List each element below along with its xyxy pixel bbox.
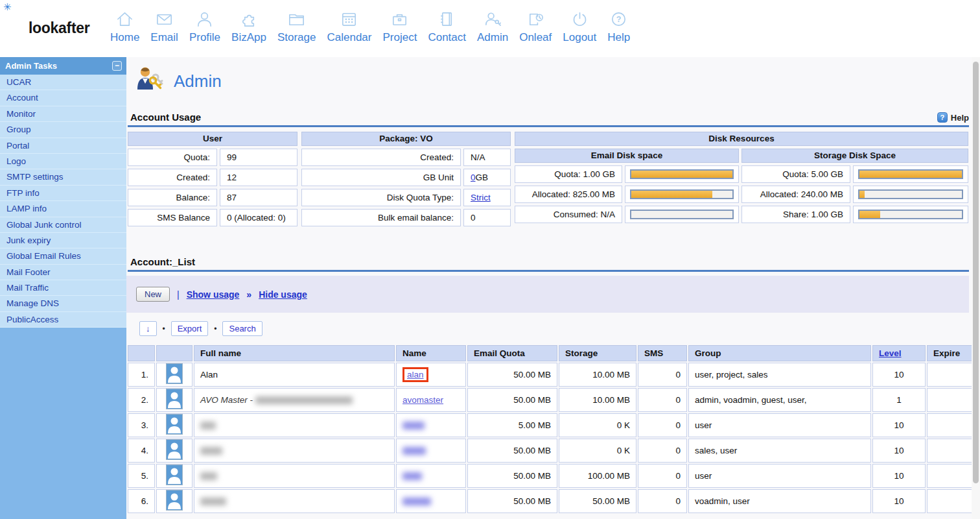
usage-value-link[interactable]: Strict [471,193,491,202]
user-usage-table: User Quota:99Created:12Balance:87SMS Bal… [128,132,298,226]
nav-item-onleaf[interactable]: Onleaf [519,9,552,44]
full-name-cell: Alan [194,363,395,387]
sidebar-item-junk-expiry[interactable]: Junk expiry [0,233,126,248]
sidebar-item-mail-traffic[interactable]: Mail Traffic [0,280,126,296]
sidebar-item-global-junk-control[interactable]: Global Junk control [0,217,126,233]
topbar: ✳ lookafter HomeEmailProfileBizAppStorag… [0,0,980,57]
usage-label: Created: [128,169,217,186]
sidebar-item-smtp-settings[interactable]: SMTP settings [0,169,126,185]
sidebar-items: UCARAccountMonitorGroupPortalLogoSMTP se… [0,75,126,328]
sidebar-item-mail-footer[interactable]: Mail Footer [0,265,126,280]
full-name-cell [194,489,395,513]
user-usage-header: User [128,132,298,146]
table-row: 1.Alanalan50.00 MB10.00 MB0user, project… [128,363,980,387]
redacted-text [255,396,353,404]
sidebar-item-global-email-rules[interactable]: Global Email Rules [0,248,126,264]
account-name-link[interactable]: alan [407,370,424,380]
usage-value-link[interactable]: 0 [471,173,476,182]
divider [128,125,969,127]
row-number: 6. [128,489,155,513]
row-number: 3. [128,413,155,437]
nav-item-calendar[interactable]: Calendar [327,9,371,44]
storage-cell: 0 K [559,413,636,437]
usage-label: Quota: [128,149,217,166]
main-content: Admin Account Usage ? Help User Quota:99… [126,57,980,519]
sort-button[interactable]: ↓ [139,321,157,336]
storage-disk-header: Storage Disk Space [741,149,968,163]
account-name-link[interactable]: avomaster [402,395,443,405]
col-avatar [156,345,192,361]
scrollbar-track [972,57,980,519]
search-button[interactable]: Search [222,321,262,336]
hide-usage-link[interactable]: Hide usage [259,289,307,300]
col-storage: Storage [559,345,636,361]
email-quota-cell: 50.00 MB [467,439,557,463]
nav-item-contact[interactable]: Contact [428,9,466,44]
nav-item-profile[interactable]: Profile [189,9,220,44]
nav-label: Project [382,31,417,44]
sidebar-item-portal[interactable]: Portal [0,138,126,154]
nav-item-help[interactable]: ?Help [607,9,630,44]
star-icon: ✳ [3,1,12,13]
usage-label: Bulk email balance: [301,209,461,226]
level-sort-link[interactable]: Level [879,348,902,358]
sidebar-item-account[interactable]: Account [0,90,126,106]
sidebar-item-publicaccess[interactable]: PublicAccess [0,312,126,328]
help-link[interactable]: ? Help [937,112,969,123]
nav-item-email[interactable]: Email [150,9,178,44]
redacted-link [402,422,425,429]
brand-logo: lookafter [29,19,89,37]
collapse-icon[interactable]: − [112,61,122,71]
email-quota-cell: 5.00 MB [467,413,557,437]
show-usage-link[interactable]: Show usage [187,289,240,300]
sidebar-item-ucar[interactable]: UCAR [0,75,126,90]
row-number: 4. [128,439,155,463]
nav-item-logout[interactable]: Logout [563,9,596,44]
avatar-cell [156,363,192,387]
row-number: 5. [128,464,155,488]
scrollbar-thumb[interactable] [973,62,979,483]
col-name: Name [396,345,466,361]
nav-label: Contact [428,31,466,44]
sidebar-item-manage-dns[interactable]: Manage DNS [0,296,126,311]
nav-item-storage[interactable]: Storage [277,9,316,44]
user-avatar-icon [166,477,183,487]
nav-label: Calendar [327,31,371,44]
separator-dot: • [214,324,216,333]
full-name-cell [194,464,395,488]
usage-bar [630,189,734,199]
nav-item-home[interactable]: Home [110,9,139,44]
sms-cell: 0 [638,489,687,513]
sidebar-item-logo[interactable]: Logo [0,154,126,169]
full-name-text: AVO Master - [200,395,255,405]
disk-resources-table: Disk Resources Email Disk space Storage … [515,132,968,226]
sidebar-item-group[interactable]: Group [0,122,126,138]
disk-resources-header: Disk Resources [515,132,968,146]
storage-cell: 100.00 MB [559,464,636,488]
sidebar-item-lamp-info[interactable]: LAMP info [0,201,126,217]
redacted-text [200,472,217,480]
nav-label: BizApp [231,31,266,44]
nav-item-bizapp[interactable]: BizApp [231,9,266,44]
level-cell: 10 [872,363,926,387]
table-row: 2.AVO Master - avomaster50.00 MB10.00 MB… [128,388,980,412]
sms-cell: 0 [638,363,687,387]
sms-cell: 0 [638,464,687,488]
top-nav: HomeEmailProfileBizAppStorageCalendarPro… [110,9,630,44]
level-cell: 1 [872,388,926,412]
new-button[interactable]: New [136,287,170,302]
sidebar-item-monitor[interactable]: Monitor [0,106,126,122]
name-cell [396,413,466,437]
col-full-name: Full name [194,345,395,361]
col-sms: SMS [638,345,687,361]
nav-item-project[interactable]: Project [382,9,417,44]
bizapp-icon [239,9,259,29]
level-cell: 10 [872,439,926,463]
nav-item-admin[interactable]: Admin [477,9,508,44]
export-button[interactable]: Export [171,321,209,336]
col-level: Level [872,345,926,361]
account-usage-header: Account Usage ? Help [130,112,969,123]
sidebar-item-ftp-info[interactable]: FTP info [0,186,126,201]
usage-bar [858,210,963,219]
project-icon [390,9,410,29]
